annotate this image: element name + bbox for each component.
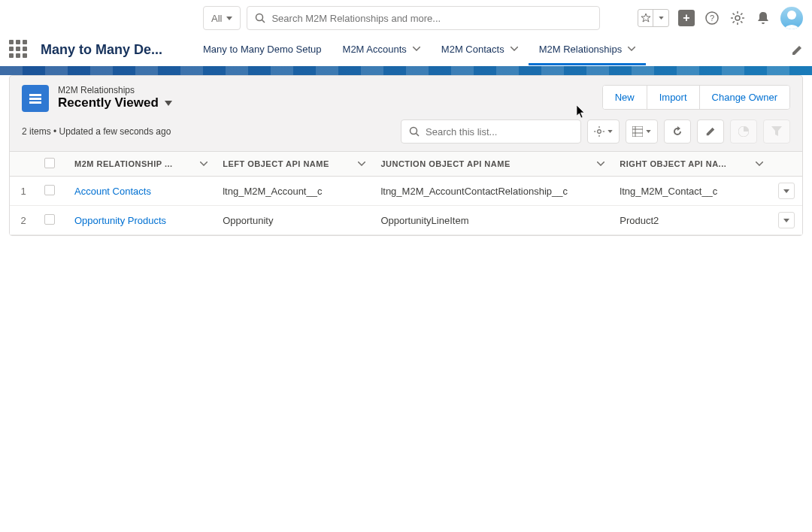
svg-text:?: ? [710, 14, 714, 23]
app-launcher-button[interactable] [9, 40, 30, 61]
row-checkbox[interactable] [44, 214, 55, 225]
list-search[interactable] [401, 119, 581, 144]
tab-setup[interactable]: Many to Many Demo Setup [192, 35, 332, 65]
record-link[interactable]: Opportunity Products [74, 215, 166, 226]
inline-edit-button[interactable] [697, 119, 724, 144]
change-owner-button[interactable]: Change Owner [699, 86, 789, 109]
chart-button [730, 119, 757, 144]
cell-left: Opportunity [215, 206, 373, 235]
search-scope-select[interactable]: All [203, 6, 241, 30]
svg-point-19 [598, 130, 601, 134]
svg-line-12 [741, 14, 742, 15]
brand-banner [0, 66, 812, 75]
help-button[interactable]: ? [704, 10, 720, 26]
caret-down-icon [783, 219, 789, 222]
user-avatar[interactable] [780, 7, 803, 29]
display-as-button[interactable] [626, 119, 658, 144]
chevron-down-icon[interactable] [597, 162, 604, 166]
record-link[interactable]: Account Contacts [74, 186, 151, 197]
tab-m2m-accounts[interactable]: M2M Accounts [332, 35, 431, 65]
view-name-label: Recently Viewed [58, 95, 159, 110]
column-header-name[interactable]: M2M RELATIONSHIP ... [67, 152, 215, 177]
svg-point-0 [256, 14, 263, 21]
svg-line-1 [262, 20, 265, 23]
svg-rect-16 [29, 101, 41, 104]
avatar-icon [780, 7, 803, 29]
pencil-icon [791, 44, 803, 56]
caret-down-icon [646, 130, 651, 133]
svg-rect-24 [632, 126, 643, 137]
row-actions-button[interactable] [778, 183, 795, 199]
import-button[interactable]: Import [647, 86, 699, 109]
cell-right: Product2 [612, 206, 771, 235]
action-button-group: New Import Change Owner [602, 85, 790, 110]
tab-m2m-relationships[interactable]: M2M Relationships [529, 35, 647, 65]
chevron-down-icon[interactable] [200, 162, 208, 166]
plus-icon: + [683, 11, 689, 25]
edit-nav-button[interactable] [791, 44, 803, 56]
chevron-down-icon[interactable] [413, 47, 420, 51]
star-icon [638, 10, 653, 26]
global-search-input[interactable] [271, 13, 592, 24]
cell-right: ltng_M2M_Contact__c [612, 177, 771, 206]
svg-point-17 [411, 128, 417, 135]
chevron-down-icon[interactable] [628, 47, 635, 51]
table-row: 2 Opportunity Products Opportunity Oppor… [10, 206, 802, 235]
object-label: M2M Relationships [58, 85, 172, 95]
pie-icon [738, 126, 749, 137]
tab-label: Many to Many Demo Setup [203, 44, 322, 55]
svg-point-13 [787, 11, 796, 20]
chevron-down-icon[interactable] [511, 47, 518, 51]
list-view-picker[interactable]: Recently Viewed [58, 95, 172, 110]
tab-label: M2M Contacts [441, 44, 504, 55]
svg-line-18 [417, 134, 420, 137]
caret-down-icon [607, 130, 613, 133]
question-icon: ? [705, 11, 719, 25]
svg-line-9 [733, 14, 735, 15]
list-search-input[interactable] [426, 126, 573, 138]
gear-icon [731, 11, 744, 25]
chevron-down-icon[interactable] [358, 162, 365, 166]
column-header-right[interactable]: RIGHT OBJECT API NA... [612, 152, 771, 177]
column-header-left[interactable]: LEFT OBJECT API NAME [215, 152, 373, 177]
favorites-split-button[interactable] [638, 9, 669, 27]
svg-rect-15 [29, 98, 41, 100]
global-search[interactable] [247, 6, 600, 30]
global-actions-button[interactable]: + [678, 10, 695, 26]
notifications-button[interactable] [755, 10, 771, 26]
select-all-checkbox[interactable] [44, 158, 55, 168]
gear-icon [594, 126, 604, 137]
svg-point-4 [735, 16, 740, 20]
table-icon [632, 126, 643, 137]
tab-label: M2M Accounts [343, 44, 407, 55]
setup-button[interactable] [729, 10, 746, 26]
data-table: M2M RELATIONSHIP ... LEFT OBJECT API NAM… [10, 151, 802, 235]
svg-rect-14 [29, 94, 41, 96]
filter-button [763, 119, 790, 144]
table-row: 1 Account Contacts ltng_M2M_Account__c l… [10, 177, 802, 206]
search-icon [409, 126, 420, 137]
refresh-button[interactable] [664, 119, 691, 144]
tab-m2m-contacts[interactable]: M2M Contacts [431, 35, 529, 65]
row-number: 1 [10, 177, 37, 206]
cell-left: ltng_M2M_Account__c [215, 177, 373, 206]
object-icon [22, 85, 49, 112]
tab-label: M2M Relationships [539, 44, 623, 55]
chevron-down-icon[interactable] [756, 162, 763, 166]
svg-line-11 [733, 21, 735, 23]
list-status: 2 items • Updated a few seconds ago [22, 126, 171, 137]
app-name: Many to Many De... [41, 42, 162, 58]
new-button[interactable]: New [603, 86, 647, 109]
row-actions-button[interactable] [778, 212, 795, 228]
cell-junction: OpportunityLineItem [373, 206, 612, 235]
list-view-controls-button[interactable] [587, 119, 620, 144]
refresh-icon [672, 126, 683, 137]
svg-line-10 [741, 21, 742, 23]
filter-icon [771, 126, 782, 137]
caret-down-icon [226, 17, 232, 20]
row-checkbox[interactable] [44, 185, 55, 195]
row-number: 2 [10, 206, 37, 235]
caret-down-icon [653, 10, 668, 26]
search-scope-label: All [211, 13, 222, 24]
column-header-junction[interactable]: JUNCTION OBJECT API NAME [373, 152, 612, 177]
